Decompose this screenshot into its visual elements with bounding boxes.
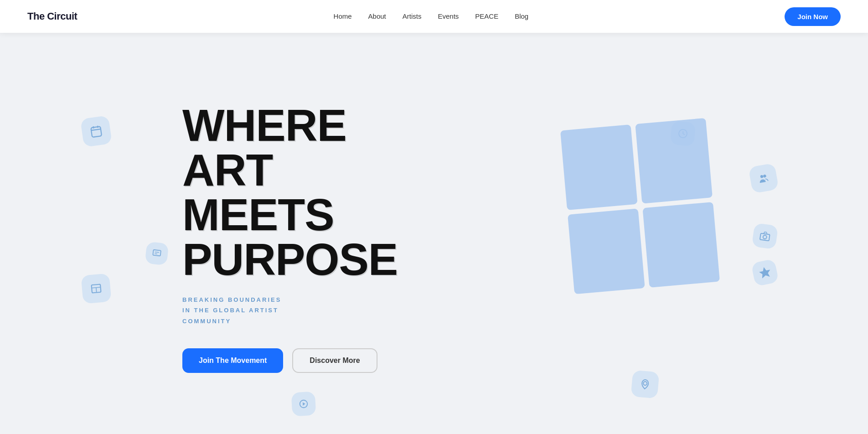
nav-blog[interactable]: Blog	[515, 12, 528, 20]
svg-point-8	[763, 174, 767, 178]
hero-title-line3: MEETS	[182, 190, 334, 240]
hero-title: WHERE ART MEETS PURPOSE	[182, 103, 398, 282]
svg-line-10	[155, 252, 159, 253]
svg-point-18	[643, 382, 647, 386]
svg-line-2	[93, 126, 94, 129]
hero-subtitle-line1: BREAKING BOUNDARIES	[182, 296, 281, 303]
nav-peace[interactable]: PEACE	[475, 12, 498, 20]
svg-rect-0	[91, 126, 102, 137]
nav-home[interactable]: Home	[334, 12, 352, 20]
hero-subtitle: BREAKING BOUNDARIES IN THE GLOBAL ARTIST…	[182, 294, 398, 326]
hero-grid-visual	[560, 118, 720, 294]
svg-point-7	[760, 175, 764, 179]
hero-title-line1: WHERE	[182, 100, 346, 150]
bubble-group-icon	[748, 163, 779, 193]
svg-line-1	[91, 129, 101, 130]
discover-more-button[interactable]: Discover More	[292, 348, 377, 373]
bubble-chat-icon	[145, 242, 169, 266]
bubble-pin-icon	[631, 370, 660, 399]
join-movement-button[interactable]: Join The Movement	[182, 348, 283, 373]
bubble-star-icon	[751, 258, 779, 287]
svg-line-14	[96, 288, 97, 293]
hero-title-line4: PURPOSE	[182, 234, 398, 284]
bubble-calendar-icon	[80, 115, 112, 147]
hero-subtitle-line3: COMMUNITY	[182, 318, 231, 325]
nav-events[interactable]: Events	[438, 12, 459, 20]
svg-line-3	[98, 126, 98, 128]
grid-cell-1	[560, 124, 638, 210]
bubble-play-icon	[291, 392, 316, 417]
site-logo[interactable]: The Circuit	[27, 10, 77, 22]
svg-rect-9	[153, 250, 161, 256]
hero-content: WHERE ART MEETS PURPOSE BREAKING BOUNDAR…	[182, 103, 398, 373]
svg-line-11	[155, 253, 157, 254]
bubble-table-icon	[81, 273, 111, 304]
svg-marker-17	[760, 267, 770, 278]
grid-cell-4	[642, 202, 720, 288]
hero-section: WHERE ART MEETS PURPOSE BREAKING BOUNDAR…	[0, 33, 868, 434]
nav-links: Home About Artists Events PEACE Blog	[334, 12, 529, 21]
hero-title-line2: ART	[182, 145, 273, 195]
hero-subtitle-line2: IN THE GLOBAL ARTIST	[182, 307, 279, 314]
hero-buttons: Join The Movement Discover More	[182, 348, 398, 373]
grid-cell-3	[568, 208, 645, 294]
grid-cell-2	[635, 118, 713, 204]
svg-rect-15	[760, 233, 770, 241]
bubble-camera-icon	[752, 223, 779, 250]
svg-marker-20	[303, 402, 305, 406]
nav-artists[interactable]: Artists	[403, 12, 422, 20]
navbar: The Circuit Home About Artists Events PE…	[0, 0, 868, 33]
join-now-button[interactable]: Join Now	[785, 7, 841, 26]
nav-about[interactable]: About	[368, 12, 386, 20]
svg-point-16	[763, 235, 767, 239]
